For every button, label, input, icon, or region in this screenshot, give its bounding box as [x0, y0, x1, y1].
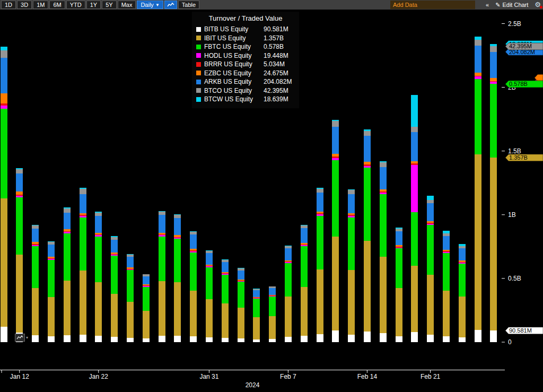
legend-item-fbtc[interactable]: FBTC US Equity0.578B [196, 42, 295, 51]
bar-segment [190, 250, 197, 251]
add-data-input[interactable]: Add Data [390, 1, 475, 9]
bar-segment [64, 207, 71, 208]
collapse-button[interactable]: « [486, 2, 489, 8]
legend-label: EZBC US Equity [204, 69, 260, 77]
bar-segment [159, 237, 165, 281]
period-button-6m[interactable]: 6M [49, 1, 65, 9]
bar-segment [32, 246, 39, 288]
bar-segment [64, 208, 71, 213]
bar-segment [332, 156, 339, 158]
legend-item-hodl[interactable]: HODL US Equity19.448M [196, 51, 295, 60]
bar-segment [364, 164, 371, 165]
bar-segment [348, 190, 355, 194]
bar-segment [32, 244, 39, 245]
bar-segment [490, 44, 497, 46]
legend-item-ibit[interactable]: IBIT US Equity1.357B [196, 34, 295, 43]
legend-swatch [196, 36, 201, 40]
bar-segment [269, 296, 276, 297]
chart-options-button[interactable]: ▾ [15, 334, 28, 342]
bar-segment [190, 291, 197, 336]
bar-segment [1, 109, 7, 198]
bar-segment [427, 203, 434, 221]
bar-segment [222, 272, 229, 273]
legend-title: Turnover / Traded Value [196, 14, 295, 22]
bar-segment [95, 336, 102, 342]
bar-segment [222, 275, 229, 303]
bar-segment [143, 284, 150, 285]
bar-segment [411, 332, 418, 342]
bar-segment [238, 268, 244, 270]
period-button-5y[interactable]: 5Y [102, 1, 116, 9]
bar-segment [253, 317, 260, 339]
bar-segment [64, 213, 71, 229]
bar-segment [285, 246, 292, 248]
axis-badge-label-ibit: 1.357B [509, 154, 528, 161]
bar-segment [222, 262, 229, 272]
bar-segment [111, 337, 118, 342]
bar-segment [32, 245, 39, 246]
bar-segment [253, 297, 260, 298]
bar-segment [301, 245, 308, 246]
bar-segment [285, 260, 292, 262]
bar-segment [301, 228, 308, 243]
bar-segment [332, 330, 339, 342]
bar-segment [1, 103, 7, 106]
legend-item-btco[interactable]: BTCO US Equity42.395M [196, 86, 295, 95]
bar-segment [443, 252, 450, 253]
edit-chart-button[interactable]: ✎ Edit Chart [495, 2, 528, 8]
bar-segment [32, 335, 39, 342]
bar-segment [80, 213, 86, 215]
bar-segment [427, 221, 434, 223]
bar-segment [411, 266, 418, 332]
bar-segment [269, 339, 276, 342]
y-tick-label: 1.5B [508, 147, 521, 155]
bar-segment [427, 335, 434, 342]
bar-segment [317, 213, 323, 214]
legend-item-ezbc[interactable]: EZBC US Equity24.675M [196, 69, 295, 78]
bar-segment [475, 76, 481, 76]
period-button-1m[interactable]: 1M [33, 1, 48, 9]
bar-segment [459, 246, 466, 249]
legend-item-brrr[interactable]: BRRR US Equity5.034M [196, 60, 295, 69]
bar-segment [269, 297, 276, 316]
bar-segment [427, 200, 434, 204]
legend-item-btcw[interactable]: BTCW US Equity18.639M [196, 95, 295, 104]
bar-segment [332, 127, 339, 154]
bar-segment [190, 336, 197, 342]
bar-segment [1, 47, 7, 50]
bar-segment [143, 274, 150, 275]
period-button-1d[interactable]: 1D [1, 1, 16, 9]
legend-swatch [196, 88, 201, 93]
period-button-ytd[interactable]: YTD [66, 1, 85, 9]
bar-segment [490, 78, 497, 81]
bar-segment [16, 255, 23, 333]
bar-segment [16, 169, 23, 173]
bar-segment [364, 168, 371, 241]
bar-segment [332, 121, 339, 126]
bar-segment [490, 52, 497, 78]
bar-segment [111, 294, 118, 337]
bar-segment [380, 162, 387, 167]
table-button[interactable]: Table [178, 1, 199, 9]
legend-item-arkb[interactable]: ARKB US Equity204.082M [196, 77, 295, 86]
bar-segment [411, 127, 418, 132]
bar-segment [95, 235, 102, 236]
bar-segment [222, 303, 229, 338]
period-button-max[interactable]: Max [118, 1, 136, 9]
legend-item-bitb[interactable]: BITB US Equity90.581M [196, 25, 295, 34]
frequency-dropdown[interactable]: Daily ▼ [137, 1, 163, 9]
period-button-3d[interactable]: 3D [17, 1, 32, 9]
settings-icon[interactable]: ⚙ [535, 1, 541, 8]
period-button-1y[interactable]: 1Y [86, 1, 101, 9]
chart-type-icon[interactable] [164, 1, 177, 9]
bar-segment [364, 131, 371, 136]
bar-segment [1, 50, 7, 57]
bar-segment [174, 218, 181, 235]
bar-segment [364, 166, 371, 168]
bar-segment [206, 250, 213, 251]
bar-segment [48, 258, 55, 259]
toolbar-right: « ✎ Edit Chart ⚙ [486, 0, 541, 10]
bar-segment [206, 267, 213, 299]
bar-segment [443, 336, 450, 342]
bar-segment [238, 268, 244, 268]
